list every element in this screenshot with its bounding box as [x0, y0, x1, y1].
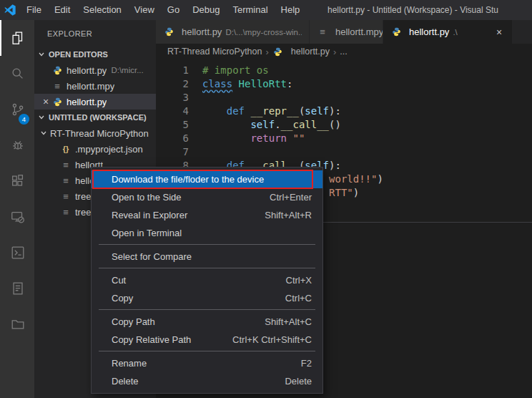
- activity-item-source-control[interactable]: 4: [0, 92, 34, 127]
- code-line: 7: [156, 145, 532, 159]
- tab-bar: hellortt.pyD:\...\mpy-cross-win...≡hello…: [156, 20, 532, 44]
- code-token: [232, 78, 238, 89]
- chevron-down-icon: [36, 49, 46, 59]
- menubar: FileEditSelectionViewGoDebugTerminalHelp: [20, 0, 306, 20]
- vscode-logo-icon[interactable]: [0, 0, 20, 20]
- code-token: [202, 105, 227, 117]
- file-label: hellortt.py: [66, 65, 107, 76]
- open-editors-header[interactable]: OPEN EDITORS: [34, 47, 156, 62]
- menu-item-shortcut: Ctrl+X: [272, 275, 312, 286]
- code-token: :: [287, 78, 292, 89]
- scm-badge: 4: [19, 114, 29, 125]
- tab-hellortt-py-2[interactable]: hellortt.py.\×: [383, 20, 513, 44]
- open-editor-item-hellortt-mpy[interactable]: ≡hellortt.mpy: [34, 78, 156, 94]
- code-line: 3: [156, 91, 532, 105]
- mpy-file-icon: ≡: [60, 160, 72, 170]
- menu-item-label: Copy Relative Path: [112, 334, 191, 345]
- code-token: __repr__: [250, 105, 298, 117]
- line-number: 6: [156, 132, 189, 145]
- menu-item-open-in-terminal[interactable]: Open in Terminal: [92, 224, 322, 242]
- workspace-header[interactable]: UNTITLED (WORKSPACE): [34, 110, 156, 125]
- activity-item-remote-device[interactable]: [0, 199, 34, 235]
- activity-item-output[interactable]: [0, 271, 34, 306]
- remote-device-icon: [10, 209, 26, 225]
- activity-bar: 4: [0, 20, 34, 398]
- menu-item-copy-path[interactable]: Copy PathShift+Alt+C: [92, 313, 322, 331]
- menu-item-label: Open to the Side: [112, 192, 182, 203]
- mpy-file-icon: ≡: [317, 26, 328, 37]
- extensions-icon: [10, 173, 26, 189]
- breadcrumb-item-2[interactable]: ...: [340, 47, 347, 57]
- close-icon[interactable]: ×: [493, 26, 505, 38]
- menubar-item-edit[interactable]: Edit: [48, 0, 77, 20]
- menu-item-rename[interactable]: RenameF2: [92, 354, 322, 372]
- tab-hellortt-py-0[interactable]: hellortt.pyD:\...\mpy-cross-win...: [156, 20, 310, 44]
- menu-item-label: Reveal in Explorer: [112, 210, 187, 220]
- code-line: 4 def __repr__(self):: [156, 105, 532, 118]
- chevron-down-icon: [39, 128, 49, 138]
- file-label: hellortt.py: [66, 97, 107, 107]
- menu-item-open-to-the-side[interactable]: Open to the SideCtrl+Enter: [92, 188, 322, 206]
- code-text: [189, 145, 202, 159]
- mpy-file-icon: ≡: [60, 207, 72, 218]
- menu-item-shortcut: Shift+Alt+C: [250, 316, 312, 327]
- folder-label: RT-Thread MicroPython: [50, 128, 149, 139]
- tab-detail: D:\...\mpy-cross-win...: [225, 28, 302, 37]
- code-token: # import os: [202, 64, 269, 76]
- activity-item-extensions[interactable]: [0, 163, 34, 199]
- code-token: HelloRtt: [239, 78, 287, 89]
- activity-item-search[interactable]: [0, 56, 34, 92]
- mpy-file-icon: ≡: [60, 175, 72, 186]
- activity-item-terminal[interactable]: [0, 235, 34, 271]
- folder-icon: [10, 316, 26, 332]
- code-token: ): [377, 173, 383, 185]
- mpy-file-icon: ≡: [51, 81, 63, 92]
- tab-label: hellortt.mpy: [335, 26, 383, 37]
- line-number: 2: [156, 77, 189, 91]
- menubar-item-terminal[interactable]: Terminal: [226, 0, 274, 20]
- tree-item-mpyproject-json[interactable]: {}.mpyproject.json: [34, 141, 156, 157]
- menubar-item-file[interactable]: File: [20, 0, 48, 20]
- breadcrumb-item-0[interactable]: RT-Thread MicroPython: [167, 47, 262, 57]
- file-label: hellortt.mpy: [66, 81, 114, 92]
- close-icon[interactable]: ×: [40, 96, 51, 107]
- menubar-item-view[interactable]: View: [128, 0, 161, 20]
- menu-item-shortcut: Ctrl+C: [271, 293, 312, 304]
- activity-item-debug[interactable]: [0, 127, 34, 163]
- activity-item-explorer[interactable]: [0, 20, 34, 56]
- menu-item-delete[interactable]: DeleteDelete: [92, 372, 322, 390]
- menubar-item-debug[interactable]: Debug: [186, 0, 226, 20]
- open-editor-item-hellortt-py[interactable]: hellortt.pyD:\micr...: [34, 62, 156, 78]
- menu-item-reveal-in-explorer[interactable]: Reveal in ExplorerShift+Alt+R: [92, 206, 322, 224]
- menu-separator: [99, 244, 315, 245]
- menu-item-download-the-file-floder-to-the-device[interactable]: Download the file/floder to the device: [92, 170, 322, 188]
- tab-label: hellortt.py: [182, 26, 222, 37]
- python-file-icon: [163, 27, 174, 37]
- code-token: ): [353, 187, 359, 198]
- code-token: (): [329, 119, 341, 130]
- menu-item-shortcut: F2: [287, 358, 312, 369]
- code-line: 2class HelloRtt:: [156, 77, 532, 91]
- breadcrumb-item-1[interactable]: hellortt.py: [291, 47, 330, 57]
- menu-separator: [99, 351, 315, 351]
- menu-item-copy-relative-path[interactable]: Copy Relative PathCtrl+K Ctrl+Shift+C: [92, 331, 322, 349]
- code-text: def __repr__(self):: [189, 105, 341, 118]
- menubar-item-go[interactable]: Go: [161, 0, 186, 20]
- breadcrumb: RT-Thread MicroPython›hellortt.py›...: [156, 44, 532, 59]
- folder-rt-thread-micropython[interactable]: RT-Thread MicroPython: [34, 125, 156, 141]
- menu-item-cut[interactable]: CutCtrl+X: [92, 271, 322, 289]
- code-token: [202, 132, 250, 144]
- search-icon: [10, 66, 26, 82]
- menu-item-copy[interactable]: CopyCtrl+C: [92, 289, 322, 307]
- menubar-item-help[interactable]: Help: [275, 0, 307, 20]
- sidebar-title: EXPLORER: [34, 20, 156, 47]
- line-number: 4: [156, 105, 189, 118]
- menubar-item-selection[interactable]: Selection: [77, 0, 127, 20]
- open-editor-item-hellortt-py[interactable]: ×hellortt.py: [34, 94, 156, 110]
- python-file-icon: [272, 47, 284, 57]
- menu-item-select-for-compare[interactable]: Select for Compare: [92, 248, 322, 266]
- activity-item-folder[interactable]: [0, 306, 34, 342]
- menu-item-shortcut: Shift+Alt+R: [250, 210, 312, 220]
- code-text: class HelloRtt:: [189, 77, 292, 91]
- tab-hellortt-mpy-1[interactable]: ≡hellortt.mpy: [310, 20, 383, 44]
